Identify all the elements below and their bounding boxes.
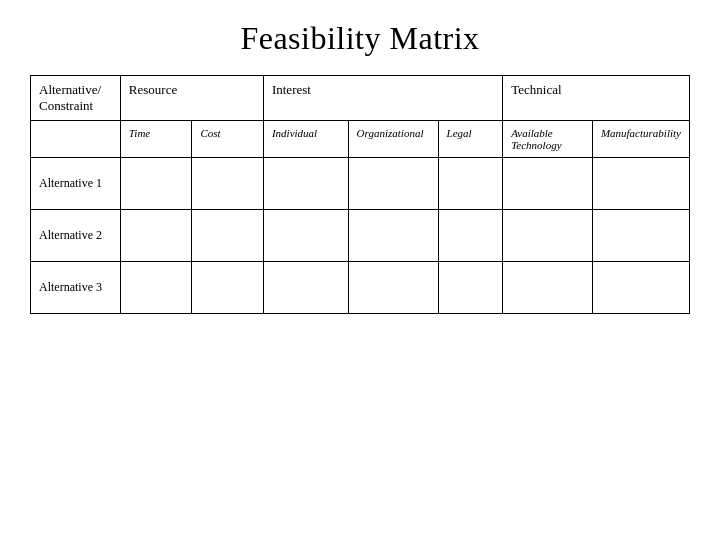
alt3-label: Alternative 3 [31,262,121,314]
alt3-organizational [348,262,438,314]
alt2-organizational [348,210,438,262]
header-resource: Resource [120,76,263,121]
table-row: Alternative 2 [31,210,690,262]
header-group-row: Alternative/ Constraint Resource Interes… [31,76,690,121]
alt3-manufacturability [592,262,689,314]
header-interest: Interest [263,76,502,121]
feasibility-matrix: Alternative/ Constraint Resource Interes… [30,75,690,314]
alt1-label: Alternative 1 [31,158,121,210]
sub-header-empty [31,121,121,158]
alt2-label: Alternative 2 [31,210,121,262]
alt3-legal [438,262,503,314]
sub-header-individual: Individual [263,121,348,158]
alt1-organizational [348,158,438,210]
header-alternative-constraint: Alternative/ Constraint [31,76,121,121]
alt2-time [120,210,192,262]
alt3-available-tech [503,262,593,314]
alt1-legal [438,158,503,210]
alt2-manufacturability [592,210,689,262]
alt2-legal [438,210,503,262]
page-title: Feasibility Matrix [240,20,479,57]
alt1-time [120,158,192,210]
sub-header-manufacturability: Manufacturability [592,121,689,158]
alt2-available-tech [503,210,593,262]
sub-header-cost: Cost [192,121,264,158]
alt2-cost [192,210,264,262]
alt3-time [120,262,192,314]
alt3-individual [263,262,348,314]
alt1-cost [192,158,264,210]
sub-header-row: Time Cost Individual Organizational Lega… [31,121,690,158]
table-row: Alternative 1 [31,158,690,210]
header-technical: Technical [503,76,690,121]
sub-header-legal: Legal [438,121,503,158]
alt3-cost [192,262,264,314]
table-row: Alternative 3 [31,262,690,314]
sub-header-organizational: Organizational [348,121,438,158]
sub-header-available-technology: Available Technology [503,121,593,158]
alt2-individual [263,210,348,262]
sub-header-time: Time [120,121,192,158]
alt1-individual [263,158,348,210]
alt1-available-tech [503,158,593,210]
alt1-manufacturability [592,158,689,210]
